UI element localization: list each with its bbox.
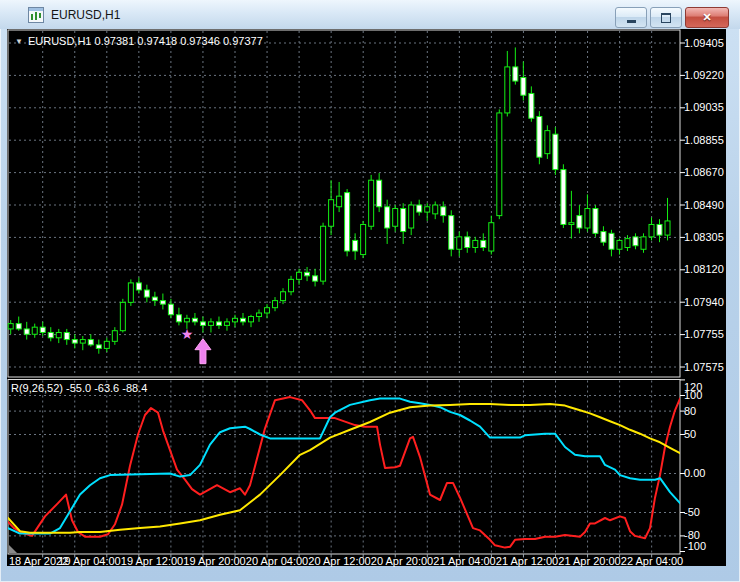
time-axis-label: 20 Apr 04:00 bbox=[246, 555, 308, 567]
time-axis-label: 22 Apr 04:00 bbox=[621, 555, 683, 567]
indicator-axis-label: -50 bbox=[684, 506, 700, 519]
indicator-axis-label: 80 bbox=[684, 405, 696, 418]
close-button[interactable]: ✕ bbox=[685, 7, 729, 28]
indicator-axis-label: 0.00 bbox=[684, 467, 705, 480]
indicator-header: R(9,26,52) -55.0 -63.6 -88.4 bbox=[11, 382, 147, 394]
corner-triangle bbox=[9, 545, 17, 553]
chevron-down-icon[interactable]: ▼ bbox=[15, 37, 23, 46]
restore-icon bbox=[661, 13, 671, 23]
star-marker: ★ bbox=[181, 326, 194, 342]
minimize-button[interactable] bbox=[615, 7, 647, 28]
time-axis-label: 19 Apr 12:00 bbox=[121, 555, 183, 567]
close-icon: ✕ bbox=[702, 12, 711, 23]
indicator-axis-label: 50 bbox=[684, 428, 696, 441]
time-axis-label: 19 Apr 04:00 bbox=[58, 555, 120, 567]
price-axis-label: 1.08305 bbox=[684, 231, 724, 244]
price-axis-label: 1.08490 bbox=[684, 199, 724, 212]
price-axis-label: 1.07575 bbox=[684, 361, 724, 374]
time-axis-label: 20 Apr 20:00 bbox=[371, 555, 433, 567]
price-axis-label: 1.09405 bbox=[684, 37, 724, 50]
price-axis-label: 1.08120 bbox=[684, 263, 724, 276]
price-axis-label: 1.08670 bbox=[684, 166, 724, 179]
indicator-values-text: R(9,26,52) -55.0 -63.6 -88.4 bbox=[11, 382, 147, 394]
minimize-icon bbox=[627, 20, 636, 23]
candles bbox=[8, 47, 670, 353]
symbol-ohlc-text: EURUSD,H1 0.97381 0.97418 0.97346 0.9737… bbox=[28, 35, 263, 47]
price-axis-label: 1.09035 bbox=[684, 101, 724, 114]
price-axis-label: 1.07940 bbox=[684, 296, 724, 309]
window-title: EURUSD,H1 bbox=[51, 8, 120, 22]
time-axis-label: 20 Apr 12:00 bbox=[308, 555, 370, 567]
time-axis-label: 21 Apr 12:00 bbox=[496, 555, 558, 567]
indicator-axis-label: -100 bbox=[684, 540, 706, 553]
symbol-header[interactable]: ▼ EURUSD,H1 0.97381 0.97418 0.97346 0.97… bbox=[15, 35, 263, 47]
time-axis-label: 21 Apr 20:00 bbox=[558, 555, 620, 567]
up-arrow-marker bbox=[195, 339, 211, 364]
price-axis-label: 1.09220 bbox=[684, 69, 724, 82]
indicator-lines bbox=[8, 397, 680, 547]
window-titlebar[interactable]: EURUSD,H1 ✕ bbox=[0, 0, 740, 29]
chart-window-icon bbox=[28, 7, 44, 23]
chart-content: ★ ▼ EURUSD,H1 0.97381 0.97418 0.97346 0.… bbox=[7, 29, 726, 566]
chart-canvas[interactable]: ★ bbox=[7, 29, 726, 566]
chart-window: EURUSD,H1 ✕ ★ ▼ EURUSD,H1 0.97381 0.9741… bbox=[0, 0, 740, 582]
price-axis-label: 1.08855 bbox=[684, 134, 724, 147]
restore-button[interactable] bbox=[650, 7, 682, 28]
indicator-axis-label: 100 bbox=[684, 389, 702, 402]
time-axis-label: 19 Apr 20:00 bbox=[183, 555, 245, 567]
price-axis-label: 1.07755 bbox=[684, 328, 724, 341]
time-axis-label: 21 Apr 04:00 bbox=[433, 555, 495, 567]
